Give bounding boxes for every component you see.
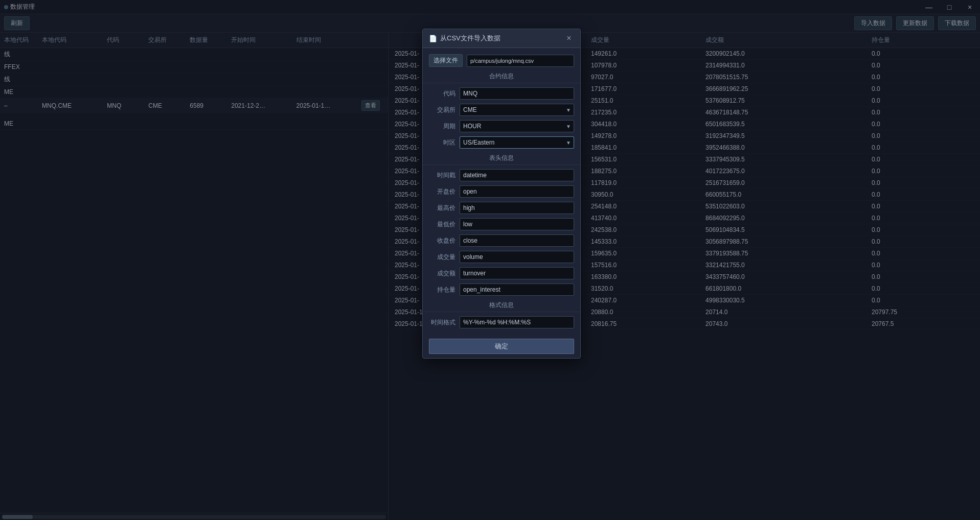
modal-footer: 确定 [423, 335, 580, 358]
select-file-button[interactable]: 选择文件 [429, 54, 463, 67]
time-format-row: 时间格式 [423, 314, 580, 330]
close-row: 收盘价 [423, 232, 580, 249]
turnover-row: 成交额 [423, 265, 580, 281]
ok-button[interactable]: 确定 [429, 339, 574, 354]
modal-body: 选择文件 合约信息 代码 交易所 CME CBOT NYMEX ▼ 周期 [423, 48, 580, 335]
volume-input[interactable] [460, 251, 574, 263]
close-label: 收盘价 [429, 237, 455, 245]
volume-label: 成交量 [429, 253, 455, 262]
exchange-select[interactable]: CME CBOT NYMEX [460, 104, 574, 116]
period-label: 周期 [429, 122, 455, 131]
close-input[interactable] [460, 234, 574, 247]
modal-close-button[interactable]: × [564, 33, 574, 43]
contract-section-title: 合约信息 [423, 69, 580, 83]
low-label: 最低价 [429, 220, 455, 229]
period-select[interactable]: HOUR DAY MINUTE [460, 120, 574, 132]
time-format-label: 时间格式 [429, 318, 455, 327]
open-label: 开盘价 [429, 187, 455, 196]
timezone-label: 时区 [429, 138, 455, 147]
open-input[interactable] [460, 185, 574, 198]
timezone-select-wrapper: US/Eastern UTC US/Central ▼ [460, 136, 574, 149]
modal-title: 📄 从CSV文件导入数据 [429, 34, 500, 43]
low-row: 最低价 [423, 216, 580, 232]
open-row: 开盘价 [423, 183, 580, 200]
format-section-title: 格式信息 [423, 298, 580, 312]
code-input[interactable] [460, 87, 574, 100]
datetime-label: 时间戳 [429, 171, 455, 180]
timezone-select[interactable]: US/Eastern UTC US/Central [460, 136, 574, 149]
high-label: 最高价 [429, 204, 455, 212]
header-section-title: 表头信息 [423, 151, 580, 165]
time-format-input[interactable] [460, 316, 574, 328]
high-row: 最高价 [423, 200, 580, 216]
csv-icon: 📄 [429, 35, 437, 42]
turnover-input[interactable] [460, 267, 574, 279]
low-input[interactable] [460, 218, 574, 230]
period-row: 周期 HOUR DAY MINUTE ▼ [423, 118, 580, 134]
turnover-label: 成交额 [429, 269, 455, 278]
exchange-row: 交易所 CME CBOT NYMEX ▼ [423, 102, 580, 118]
period-select-wrapper: HOUR DAY MINUTE ▼ [460, 120, 574, 132]
timezone-row: 时区 US/Eastern UTC US/Central ▼ [423, 134, 580, 151]
code-label: 代码 [429, 89, 455, 98]
oi-input[interactable] [460, 283, 574, 296]
exchange-label: 交易所 [429, 106, 455, 114]
volume-row: 成交量 [423, 249, 580, 265]
high-input[interactable] [460, 202, 574, 214]
oi-label: 持仓量 [429, 286, 455, 294]
oi-row: 持仓量 [423, 281, 580, 298]
exchange-select-wrapper: CME CBOT NYMEX ▼ [460, 104, 574, 116]
datetime-input[interactable] [460, 169, 574, 181]
import-csv-modal: 📄 从CSV文件导入数据 × 选择文件 合约信息 代码 交易所 CME CBOT… [422, 29, 581, 359]
modal-header: 📄 从CSV文件导入数据 × [423, 29, 580, 48]
datetime-row: 时间戳 [423, 167, 580, 183]
file-select-row: 选择文件 [423, 52, 580, 69]
file-path-input[interactable] [467, 55, 574, 67]
code-row: 代码 [423, 85, 580, 102]
